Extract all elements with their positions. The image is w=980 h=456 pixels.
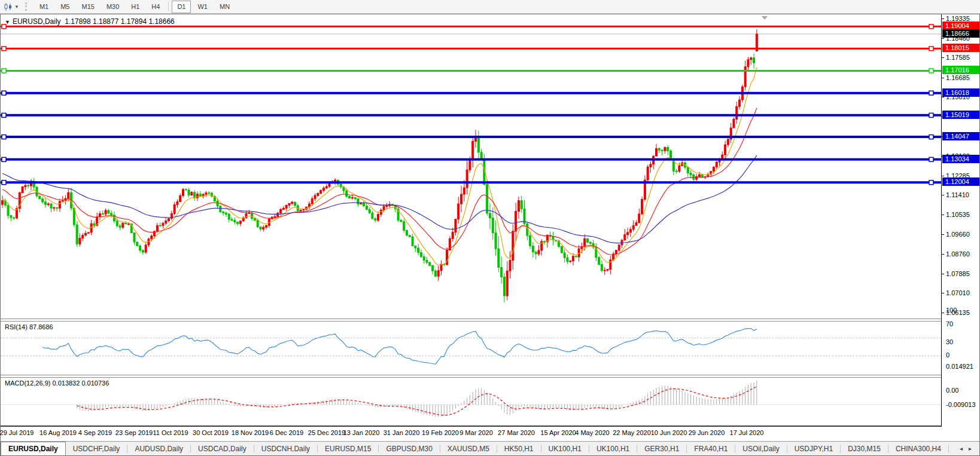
chart-tab-usdjpy-h1[interactable]: USDJPY,H1 bbox=[787, 442, 840, 455]
price-level-badge[interactable]: 1.15019 bbox=[942, 111, 979, 119]
price-level-badge[interactable]: 1.19004 bbox=[942, 22, 979, 30]
axis-tick[interactable] bbox=[942, 293, 944, 293]
collapse-caret-icon[interactable]: ▼ bbox=[5, 19, 10, 25]
axis-tick-label[interactable]: 1.17585 bbox=[946, 54, 970, 61]
hline-handle[interactable] bbox=[2, 135, 6, 139]
hline-handle[interactable] bbox=[929, 69, 933, 73]
date-axis-label[interactable]: 10 Jun 2020 bbox=[651, 429, 687, 436]
date-axis[interactable]: 29 Jul 201916 Aug 20194 Sep 201923 Sep 2… bbox=[1, 427, 979, 440]
axis-tick[interactable] bbox=[942, 215, 944, 215]
date-axis-label[interactable]: 13 Jan 2020 bbox=[343, 429, 380, 436]
rsi-axis-label[interactable]: 30 bbox=[946, 338, 953, 345]
rsi-axis-label[interactable]: 100 bbox=[946, 307, 957, 314]
axis-tick[interactable] bbox=[942, 97, 944, 97]
date-axis-label[interactable]: 4 Sep 2019 bbox=[78, 429, 112, 436]
price-level-badge[interactable]: 1.17016 bbox=[942, 66, 979, 74]
chart-tool-dropdown[interactable]: ▼ bbox=[0, 0, 22, 13]
hline-handle[interactable] bbox=[929, 157, 933, 161]
price-level-badge[interactable]: 1.14047 bbox=[942, 132, 979, 140]
timeframe-button-w1[interactable]: W1 bbox=[192, 1, 213, 13]
chart-tab-fra40-h1[interactable]: FRA40,H1 bbox=[687, 442, 735, 455]
price-axis[interactable]: 1.193351.184601.175851.166851.158101.149… bbox=[941, 14, 979, 427]
chart-tab-hk50-h1[interactable]: HK50,H1 bbox=[497, 442, 541, 455]
chart-tab-eurusd-daily[interactable]: EURUSD,Daily bbox=[1, 442, 66, 455]
macd-axis-label[interactable]: -0.009013 bbox=[946, 401, 976, 408]
tab-scroll-right[interactable]: ▸ bbox=[966, 445, 975, 452]
date-axis-label[interactable]: 6 Dec 2019 bbox=[270, 429, 303, 436]
date-axis-label[interactable]: 4 May 2020 bbox=[575, 429, 609, 436]
date-axis-label[interactable]: 27 Mar 2020 bbox=[498, 429, 535, 436]
date-axis-label[interactable]: 30 Oct 2019 bbox=[193, 429, 229, 436]
hline-handle[interactable] bbox=[2, 157, 6, 161]
chart-tab-ger30-h1[interactable]: GER30,H1 bbox=[637, 442, 686, 455]
toolbar-grip[interactable] bbox=[25, 2, 29, 11]
hline-handle[interactable] bbox=[929, 135, 933, 139]
date-axis-label[interactable]: 31 Jan 2020 bbox=[384, 429, 420, 436]
axis-tick[interactable] bbox=[942, 195, 944, 195]
axis-tick[interactable] bbox=[942, 313, 944, 313]
axis-tick[interactable] bbox=[942, 234, 944, 235]
axis-tick-label[interactable]: 1.16685 bbox=[946, 74, 970, 81]
rsi-axis-label[interactable]: 70 bbox=[946, 320, 953, 328]
chart-tab-china300-h4[interactable]: CHINA300,H4 bbox=[888, 442, 948, 455]
tab-navigation[interactable]: ◂▸ bbox=[957, 442, 979, 455]
axis-tick-label[interactable]: 1.07885 bbox=[946, 270, 970, 277]
date-axis-label[interactable]: 23 Sep 2019 bbox=[115, 429, 153, 436]
hline-handle[interactable] bbox=[2, 91, 6, 95]
axis-tick-label[interactable]: 1.10535 bbox=[946, 211, 970, 218]
macd-axis-label[interactable]: 0.00 bbox=[946, 387, 958, 394]
timeframe-button-m30[interactable]: M30 bbox=[101, 1, 124, 13]
rsi-pane[interactable]: RSI(14) 87.8686 bbox=[1, 322, 941, 375]
date-axis-label[interactable]: 19 Feb 2020 bbox=[422, 429, 459, 436]
date-axis-label[interactable]: 17 Jul 2020 bbox=[730, 429, 764, 436]
date-axis-label[interactable]: 15 Apr 2020 bbox=[540, 429, 576, 436]
chart-tab-xauusd-m5[interactable]: XAUUSD,M5 bbox=[440, 442, 497, 455]
hline-handle[interactable] bbox=[929, 47, 933, 51]
price-level-badge[interactable]: 1.12004 bbox=[942, 177, 979, 186]
macd-axis-label[interactable]: 0.014921 bbox=[946, 363, 973, 370]
date-axis-label[interactable]: 18 Nov 2019 bbox=[232, 429, 269, 436]
timeframe-button-m15[interactable]: M15 bbox=[76, 1, 99, 13]
hline-handle[interactable] bbox=[929, 25, 933, 29]
price-level-badge[interactable]: 1.13034 bbox=[942, 155, 979, 163]
axis-tick[interactable] bbox=[942, 78, 944, 78]
hline-handle[interactable] bbox=[929, 91, 933, 95]
chart-tab-audusd-daily[interactable]: AUDUSD,Daily bbox=[127, 442, 190, 455]
timeframe-button-mn[interactable]: MN bbox=[214, 1, 235, 13]
timeframe-button-m5[interactable]: M5 bbox=[55, 1, 75, 13]
hline-handle[interactable] bbox=[2, 180, 6, 185]
chart-tab-usdcnh-daily[interactable]: USDCNH,Daily bbox=[254, 442, 317, 455]
date-axis-label[interactable]: 29 Jun 2020 bbox=[689, 429, 725, 436]
timeframe-button-h1[interactable]: H1 bbox=[126, 1, 145, 13]
axis-tick[interactable] bbox=[942, 254, 944, 255]
chart-tab-uk100-h1[interactable]: UK100,H1 bbox=[589, 442, 637, 455]
price-chart-canvas[interactable] bbox=[1, 15, 941, 319]
axis-tick-label[interactable]: 1.08760 bbox=[946, 250, 970, 258]
tab-scroll-left[interactable]: ◂ bbox=[957, 445, 966, 452]
date-axis-label[interactable]: 16 Aug 2019 bbox=[39, 429, 77, 436]
axis-tick[interactable] bbox=[942, 274, 944, 274]
date-axis-label[interactable]: 11 Oct 2019 bbox=[153, 429, 188, 436]
price-level-badge[interactable]: 1.16018 bbox=[942, 88, 979, 97]
chart-tab-uk100-h1[interactable]: UK100,H1 bbox=[541, 442, 589, 455]
hline-handle[interactable] bbox=[929, 113, 933, 117]
axis-tick[interactable] bbox=[942, 57, 944, 58]
rsi-axis-label[interactable]: 0 bbox=[946, 351, 949, 359]
axis-tick[interactable] bbox=[942, 176, 944, 176]
timeframe-button-d1[interactable]: D1 bbox=[172, 1, 191, 13]
hline-handle[interactable] bbox=[2, 113, 6, 117]
chart-tab-dj30-m15[interactable]: DJ30,M15 bbox=[841, 442, 888, 455]
price-level-badge[interactable]: 1.18666 bbox=[942, 29, 979, 38]
chart-tab-usdcad-daily[interactable]: USDCAD,Daily bbox=[191, 442, 254, 455]
date-axis-label[interactable]: 22 May 2020 bbox=[613, 429, 651, 436]
date-axis-label[interactable]: 25 Dec 2019 bbox=[308, 429, 345, 436]
timeframe-button-h4[interactable]: H4 bbox=[146, 1, 165, 13]
axis-tick[interactable] bbox=[942, 19, 944, 19]
rsi-canvas[interactable] bbox=[1, 322, 941, 375]
timeframe-button-m1[interactable]: M1 bbox=[34, 1, 54, 13]
hline-handle[interactable] bbox=[929, 180, 933, 185]
chart-tab-usdchf-daily[interactable]: USDCHF,Daily bbox=[66, 442, 127, 455]
date-axis-label[interactable]: 29 Jul 2019 bbox=[0, 429, 34, 436]
chart-shift-marker-icon[interactable] bbox=[762, 16, 768, 20]
tab-separator[interactable] bbox=[948, 445, 949, 452]
